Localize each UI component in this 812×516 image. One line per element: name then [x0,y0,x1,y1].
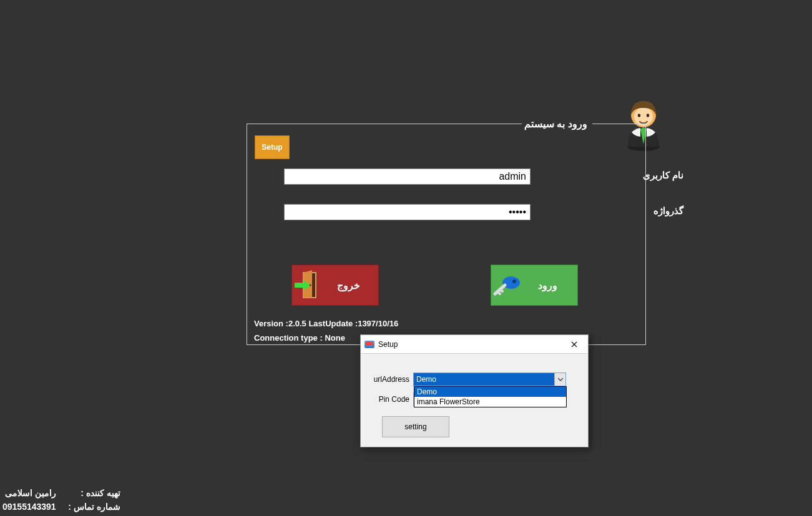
phone-value: 09155143391 [2,500,56,514]
svg-point-4 [647,114,649,117]
footer: تهیه کننده : رامین اسلامی شماره تماس : 0… [2,486,120,514]
phone-label: شماره تماس : [67,500,120,514]
username-input[interactable] [284,168,531,185]
version-text: Version :2.0.5 LastUpdate :1397/10/16 [254,319,398,328]
setup-dialog: Setup urlAddress Demo Demo imana FlowerS… [360,334,589,447]
dialog-titlebar[interactable]: Setup [361,335,588,354]
url-option-demo[interactable]: Demo [414,387,566,397]
login-box [247,124,646,345]
url-address-label: urlAddress [373,375,413,384]
url-address-dropdown-list: Demo imana FlowerStore [414,386,567,407]
setting-button[interactable]: setting [382,416,449,437]
svg-point-3 [638,114,640,117]
connection-type-text: Connection type : None [254,333,345,343]
producer-label: تهیه کننده : [67,486,120,500]
exit-door-icon [292,270,323,300]
enter-button-label: ورود [522,280,577,291]
url-option-flowerstore[interactable]: imana FlowerStore [414,397,566,407]
dialog-app-icon [364,339,374,349]
combobox-arrow-button[interactable] [554,373,565,386]
username-label: نام کاربری [624,170,683,181]
pin-code-label: Pin Code [373,395,413,404]
producer-value: رامین اسلامی [5,486,56,500]
dialog-close-button[interactable] [560,335,588,354]
password-input[interactable] [284,204,531,220]
url-address-combobox[interactable]: Demo Demo imana FlowerStore [413,372,566,386]
exit-button-label: خروج [323,280,378,291]
setup-button[interactable]: Setup [255,135,290,159]
enter-button[interactable]: ورود [491,265,578,306]
exit-button[interactable]: خروج [291,265,379,306]
chevron-down-icon [558,377,563,382]
url-address-selected: Demo [414,373,554,386]
password-row: گذرواژه [284,204,615,220]
close-icon [571,341,577,348]
username-row: نام کاربری [284,168,615,185]
svg-point-8 [512,280,516,283]
key-icon [491,273,522,298]
dialog-title: Setup [378,340,560,349]
password-label: گذرواژه [624,205,683,217]
